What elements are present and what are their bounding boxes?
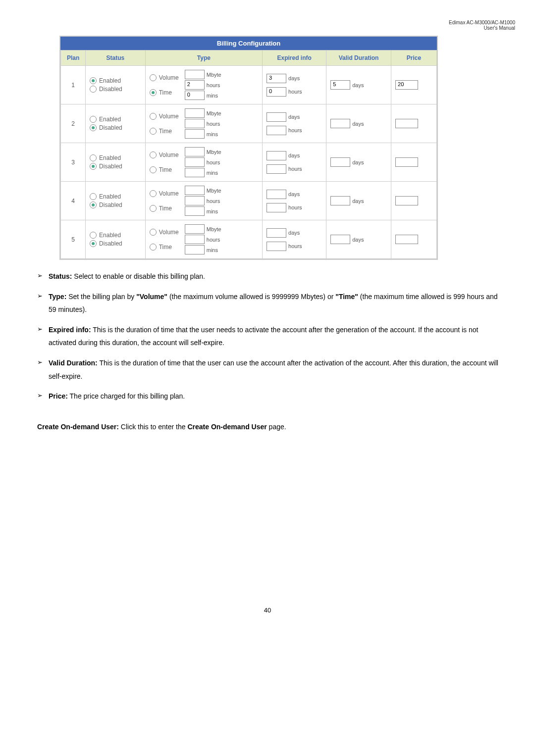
radio-icon xyxy=(150,128,157,135)
disabled-radio[interactable]: Disabled xyxy=(90,240,141,247)
enabled-radio[interactable]: Enabled xyxy=(90,77,141,84)
doc-header: Edimax AC-M3000/AC-M1000 User's Manual xyxy=(20,20,515,31)
price-input[interactable]: 20 xyxy=(395,80,418,90)
time-radio[interactable]: Time xyxy=(150,205,179,212)
enabled-radio[interactable]: Enabled xyxy=(90,232,141,239)
mins-input[interactable] xyxy=(185,245,205,254)
days-label: days xyxy=(288,75,300,81)
bullet-valid: ➢ Valid Duration: This is the duration o… xyxy=(37,356,500,383)
mins-input[interactable] xyxy=(185,168,205,177)
volume-radio[interactable]: Volume xyxy=(150,74,179,81)
price-cell xyxy=(391,143,437,182)
radio-icon xyxy=(90,202,97,208)
mbyte-input[interactable] xyxy=(185,186,205,195)
type-cell: Volume Time Mbyte hours mins xyxy=(145,220,262,259)
enabled-radio[interactable]: Enabled xyxy=(90,116,141,123)
volume-label: Volume xyxy=(159,229,179,236)
valid-days-input[interactable] xyxy=(330,119,350,128)
disabled-radio[interactable]: Disabled xyxy=(90,163,141,170)
hours-input[interactable] xyxy=(185,196,205,205)
mbyte-input[interactable] xyxy=(185,70,205,79)
plan-cell: 3 xyxy=(61,143,86,182)
create-text1: Click this to enter the xyxy=(119,423,188,431)
hours-input[interactable]: 2 xyxy=(185,80,205,90)
exp-days-input[interactable] xyxy=(267,151,286,160)
mbyte-label: Mbyte xyxy=(207,110,221,116)
time-radio[interactable]: Time xyxy=(150,89,179,96)
enabled-label: Enabled xyxy=(99,77,121,84)
valid-days-input[interactable] xyxy=(330,157,350,167)
mbyte-input[interactable] xyxy=(185,224,205,234)
disabled-label: Disabled xyxy=(99,240,122,247)
exp-hours-input[interactable]: 0 xyxy=(267,87,286,97)
create-bold1: Create On-demand User: xyxy=(37,423,119,431)
expired-cell: days hours xyxy=(263,182,326,220)
valid-days-input[interactable] xyxy=(330,196,350,205)
price-label: Price: xyxy=(49,392,68,400)
enabled-label: Enabled xyxy=(99,193,121,200)
mbyte-input[interactable] xyxy=(185,108,205,118)
disabled-radio[interactable]: Disabled xyxy=(90,202,141,208)
enabled-radio[interactable]: Enabled xyxy=(90,193,141,200)
exp-days-input[interactable] xyxy=(267,112,286,122)
status-text: Select to enable or disable this billing… xyxy=(72,272,205,280)
time-radio[interactable]: Time xyxy=(150,244,179,251)
valid-days-input[interactable]: 5 xyxy=(330,80,350,90)
table-row: 4 Enabled Disabled Volume Time Mbyte hou… xyxy=(61,182,437,220)
exp-hours-input[interactable] xyxy=(267,242,286,251)
radio-icon xyxy=(150,190,157,197)
radio-icon xyxy=(150,89,157,96)
mins-input[interactable]: 0 xyxy=(185,91,205,100)
exp-hours-input[interactable] xyxy=(267,164,286,174)
hours-input[interactable] xyxy=(185,119,205,128)
disabled-label: Disabled xyxy=(99,163,122,170)
expired-cell: days hours xyxy=(263,143,326,182)
radio-icon xyxy=(150,244,157,251)
price-input[interactable] xyxy=(395,196,418,205)
table-row: 2 Enabled Disabled Volume Time Mbyte hou… xyxy=(61,104,437,143)
days-label: days xyxy=(288,114,300,120)
volume-radio[interactable]: Volume xyxy=(150,113,179,120)
exp-hours-input[interactable] xyxy=(267,126,286,135)
plan-cell: 2 xyxy=(61,104,86,143)
th-valid: Valid Duration xyxy=(326,50,391,66)
time-radio[interactable]: Time xyxy=(150,166,179,173)
mins-input[interactable] xyxy=(185,129,205,139)
radio-icon xyxy=(90,240,97,247)
th-expired: Expired info xyxy=(263,50,326,66)
mins-label: mins xyxy=(207,208,218,214)
status-cell: Enabled Disabled xyxy=(86,182,146,220)
time-label: Time xyxy=(159,205,172,212)
hours-input[interactable] xyxy=(185,235,205,244)
volume-radio[interactable]: Volume xyxy=(150,151,179,158)
disabled-radio[interactable]: Disabled xyxy=(90,124,141,131)
mins-label: mins xyxy=(207,131,218,137)
price-cell xyxy=(391,220,437,259)
hours-input[interactable] xyxy=(185,157,205,167)
volume-radio[interactable]: Volume xyxy=(150,190,179,197)
price-input[interactable] xyxy=(395,119,418,128)
table-row: 3 Enabled Disabled Volume Time Mbyte hou… xyxy=(61,143,437,182)
time-radio[interactable]: Time xyxy=(150,128,179,135)
enabled-radio[interactable]: Enabled xyxy=(90,154,141,161)
th-type: Type xyxy=(145,50,262,66)
disabled-radio[interactable]: Disabled xyxy=(90,86,141,93)
price-input[interactable] xyxy=(395,157,418,167)
price-input[interactable] xyxy=(395,235,418,244)
valid-cell: days xyxy=(326,182,391,220)
mbyte-label: Mbyte xyxy=(207,188,221,194)
th-status: Status xyxy=(86,50,146,66)
exp-days-input[interactable] xyxy=(267,228,286,238)
bullet-marker-icon: ➢ xyxy=(37,323,43,350)
mins-input[interactable] xyxy=(185,206,205,216)
expired-cell: 3days 0hours xyxy=(263,66,326,104)
mbyte-input[interactable] xyxy=(185,147,205,156)
valid-days-input[interactable] xyxy=(330,235,350,244)
exp-hours-input[interactable] xyxy=(267,203,286,212)
radio-icon xyxy=(90,77,97,84)
header-line1: Edimax AC-M3000/AC-M1000 xyxy=(449,20,515,25)
table-row: 5 Enabled Disabled Volume Time Mbyte hou… xyxy=(61,220,437,259)
exp-days-input[interactable]: 3 xyxy=(267,74,286,83)
exp-days-input[interactable] xyxy=(267,190,286,199)
volume-radio[interactable]: Volume xyxy=(150,229,179,236)
